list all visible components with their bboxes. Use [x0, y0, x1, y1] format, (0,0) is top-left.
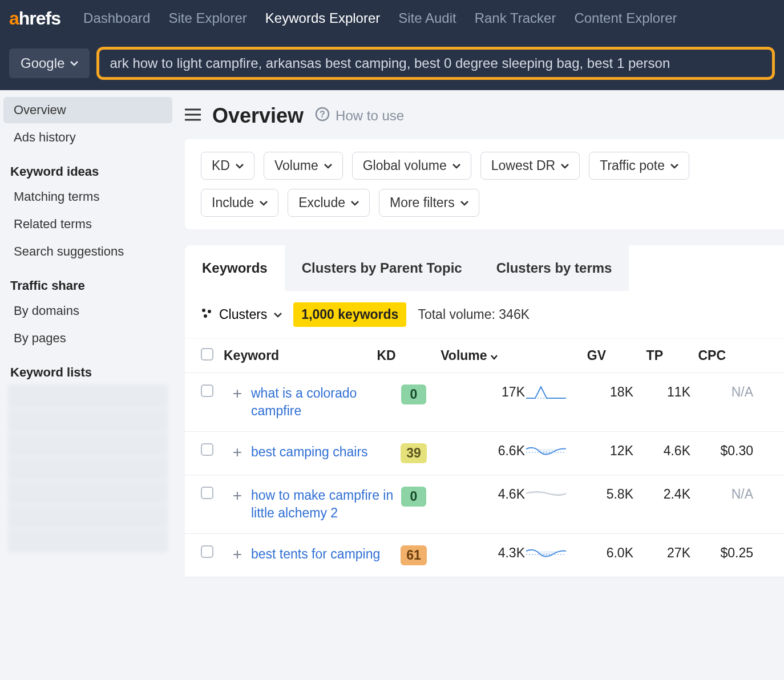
help-icon: ?	[315, 107, 330, 125]
trend-sparkline	[525, 545, 576, 565]
expand-button[interactable]: +	[229, 545, 245, 564]
sidebar-item-by-domains[interactable]: By domains	[3, 298, 172, 324]
filter-lowest-dr[interactable]: Lowest DR	[480, 152, 580, 180]
sidebar-list-item-blurred	[8, 432, 168, 456]
table-row: +best camping chairs396.6K12K4.6K$0.30	[185, 432, 784, 475]
kd-badge: 0	[401, 384, 426, 404]
expand-button[interactable]: +	[229, 384, 245, 403]
tab-clusters-by-parent-topic[interactable]: Clusters by Parent Topic	[285, 245, 479, 291]
filter-include[interactable]: Include	[201, 189, 278, 217]
filter-kd[interactable]: KD	[201, 152, 254, 180]
nav-item-rank-tracker[interactable]: Rank Tracker	[475, 10, 556, 26]
filters-panel: KDVolumeGlobal volumeLowest DRTraffic po…	[185, 139, 784, 229]
filter-label: Traffic pote	[600, 158, 665, 173]
chevron-down-icon	[274, 312, 282, 318]
page-header: Overview ? How to use	[176, 90, 784, 139]
volume-cell: 4.6K	[434, 487, 525, 502]
expand-button[interactable]: +	[229, 487, 245, 505]
sidebar-item-related-terms[interactable]: Related terms	[3, 211, 172, 237]
row-checkbox[interactable]	[201, 443, 213, 456]
sidebar-item-by-pages[interactable]: By pages	[3, 325, 172, 351]
chevron-down-icon	[452, 163, 460, 169]
row-checkbox[interactable]	[201, 384, 213, 397]
table-row: +how to make campfire in little alchemy …	[185, 475, 784, 534]
nav-item-dashboard[interactable]: Dashboard	[83, 10, 150, 26]
search-bar: Google ark how to light campfire, arkans…	[0, 37, 784, 90]
sidebar-item-ads-history[interactable]: Ads history	[3, 124, 172, 151]
keyword-link[interactable]: what is a colorado campfire	[251, 384, 394, 420]
chevron-down-icon	[460, 200, 468, 206]
total-volume: Total volume: 346K	[418, 307, 530, 322]
filter-label: Exclude	[298, 195, 345, 211]
nav-item-content-explorer[interactable]: Content Explorer	[574, 10, 677, 26]
cpc-cell: $0.25	[690, 545, 753, 561]
main: Overview Ads history Keyword ideas Match…	[0, 90, 784, 680]
filter-traffic-pote[interactable]: Traffic pote	[589, 152, 689, 180]
svg-point-2	[202, 309, 205, 312]
content: Overview ? How to use KDVolumeGlobal vol…	[176, 90, 784, 680]
col-cpc[interactable]: CPC	[663, 348, 726, 363]
sidebar-item-overview[interactable]: Overview	[3, 97, 172, 123]
volume-cell: 17K	[434, 384, 525, 400]
nav-item-site-explorer[interactable]: Site Explorer	[168, 10, 246, 26]
filter-more-filters[interactable]: More filters	[379, 189, 479, 217]
cpc-cell: $0.30	[690, 443, 753, 459]
col-gv[interactable]: GV	[549, 348, 606, 363]
keyword-link[interactable]: best camping chairs	[251, 443, 394, 461]
col-tp[interactable]: TP	[606, 348, 663, 363]
logo-a: a	[9, 8, 19, 29]
chevron-down-icon	[670, 163, 678, 169]
filter-label: Include	[212, 195, 254, 211]
col-kd[interactable]: KD	[366, 348, 406, 363]
trend-sparkline	[525, 443, 576, 463]
sidebar-heading-keyword-lists: Keyword lists	[0, 353, 176, 384]
nav-item-site-audit[interactable]: Site Audit	[398, 10, 456, 26]
sidebar-item-matching-terms[interactable]: Matching terms	[3, 184, 172, 210]
filter-label: Global volume	[363, 158, 447, 173]
sort-desc-icon	[491, 354, 498, 360]
keyword-link[interactable]: best tents for camping	[251, 545, 394, 563]
sidebar-list-item-blurred	[8, 528, 168, 552]
clusters-label: Clusters	[219, 307, 267, 322]
table-toolbar: Clusters 1,000 keywords Total volume: 34…	[185, 291, 784, 339]
tab-keywords[interactable]: Keywords	[185, 245, 285, 291]
search-query: ark how to light campfire, arkansas best…	[110, 55, 670, 71]
filter-exclude[interactable]: Exclude	[288, 189, 370, 217]
nav-item-keywords-explorer[interactable]: Keywords Explorer	[265, 10, 380, 26]
expand-button[interactable]: +	[229, 443, 245, 462]
select-all-checkbox[interactable]	[201, 348, 213, 361]
row-checkbox[interactable]	[201, 487, 213, 499]
tp-cell: 27K	[633, 545, 690, 561]
gv-cell: 18K	[576, 384, 633, 400]
chevron-down-icon	[236, 163, 244, 169]
dots-icon	[201, 307, 212, 322]
filter-global-volume[interactable]: Global volume	[352, 152, 471, 180]
col-volume[interactable]: Volume	[406, 348, 498, 363]
how-to-use[interactable]: ? How to use	[315, 107, 404, 125]
chevron-down-icon	[324, 163, 332, 169]
sidebar-list-item-blurred	[8, 384, 168, 408]
svg-point-4	[204, 314, 207, 318]
table-body: +what is a colorado campfire017K18K11KN/…	[185, 373, 784, 577]
row-checkbox[interactable]	[201, 545, 213, 558]
menu-icon[interactable]	[185, 108, 201, 123]
logo[interactable]: ahrefs	[9, 8, 60, 29]
table-row: +what is a colorado campfire017K18K11KN/…	[185, 373, 784, 432]
search-input[interactable]: ark how to light campfire, arkansas best…	[96, 47, 775, 80]
svg-point-3	[208, 310, 211, 313]
clusters-dropdown[interactable]: Clusters	[201, 307, 282, 322]
tab-clusters-by-terms[interactable]: Clusters by terms	[479, 245, 629, 291]
cpc-cell: N/A	[690, 487, 753, 502]
col-keyword[interactable]: Keyword	[224, 348, 366, 363]
kd-badge: 0	[401, 487, 426, 507]
engine-label: Google	[21, 55, 64, 71]
tabs: KeywordsClusters by Parent TopicClusters…	[185, 245, 784, 291]
filter-volume[interactable]: Volume	[264, 152, 343, 180]
sidebar-item-search-suggestions[interactable]: Search suggestions	[3, 238, 172, 265]
table-row: +best tents for camping614.3K6.0K27K$0.2…	[185, 534, 784, 577]
keyword-link[interactable]: how to make campfire in little alchemy 2	[251, 487, 394, 522]
sidebar: Overview Ads history Keyword ideas Match…	[0, 90, 176, 680]
gv-cell: 12K	[576, 443, 633, 459]
search-engine-select[interactable]: Google	[9, 48, 90, 78]
filter-label: Lowest DR	[491, 158, 555, 173]
